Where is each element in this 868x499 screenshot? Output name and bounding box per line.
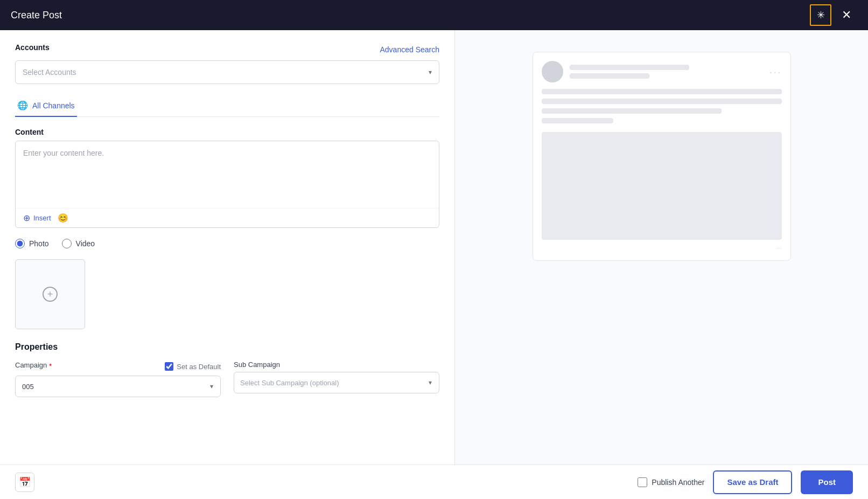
campaign-select[interactable]: 005: [15, 376, 221, 397]
accounts-select-wrapper: ▾ Select Accounts: [15, 60, 439, 84]
calendar-button[interactable]: 📅: [15, 473, 34, 492]
preview-menu-icon: ···: [769, 66, 782, 78]
accounts-select[interactable]: [15, 60, 439, 84]
properties-grid: Campaign • Set as Default 005: [15, 361, 439, 397]
properties-label: Properties: [15, 342, 439, 352]
modal-overlay: Create Post ✳ ✕ Accounts Advanced Search: [0, 0, 868, 499]
video-radio[interactable]: [62, 239, 72, 248]
upload-plus-icon: +: [43, 287, 58, 302]
tabs-row: 🌐 All Channels: [15, 95, 439, 117]
preview-line-sub: [570, 73, 650, 79]
preview-content-line-2: [542, 99, 782, 104]
emoji-button[interactable]: 😊: [58, 213, 68, 223]
accounts-label: Accounts: [15, 43, 50, 52]
emoji-icon: 😊: [58, 213, 68, 223]
campaign-field: Campaign • Set as Default 005: [15, 361, 221, 397]
asterisk-icon: ✳: [817, 9, 825, 21]
preview-image-placeholder: [542, 132, 782, 240]
modal-title: Create Post: [11, 10, 62, 21]
set-default-label[interactable]: Set as Default: [165, 362, 221, 371]
footer-left: 📅: [15, 473, 34, 492]
globe-icon: 🌐: [17, 100, 28, 110]
video-label: Video: [76, 239, 95, 248]
insert-button[interactable]: ⊕ Insert: [23, 213, 51, 223]
footer-right: Publish Another Save as Draft Post: [638, 470, 853, 494]
sub-campaign-select[interactable]: [234, 372, 439, 393]
plus-circle-icon: ⊕: [23, 213, 30, 223]
content-textarea[interactable]: [16, 141, 439, 206]
modal-footer: 📅 Publish Another Save as Draft Post: [0, 465, 868, 499]
close-icon: ✕: [842, 8, 851, 22]
content-label: Content: [15, 128, 439, 136]
save-draft-button[interactable]: Save as Draft: [713, 470, 792, 494]
sub-campaign-field: Sub Campaign ▾ Select Sub Campaign (opti…: [234, 361, 439, 397]
close-button[interactable]: ✕: [836, 4, 857, 26]
advanced-search-link[interactable]: Advanced Search: [380, 45, 439, 54]
preview-dots-icon: ···: [776, 244, 781, 252]
photo-radio[interactable]: [15, 239, 25, 248]
textarea-toolbar: ⊕ Insert 😊: [16, 208, 439, 227]
required-indicator: •: [49, 361, 52, 369]
campaign-label: Campaign •: [15, 361, 52, 369]
preview-content-line-3: [542, 108, 722, 114]
preview-card: ··· ···: [533, 52, 791, 261]
tab-all-channels[interactable]: 🌐 All Channels: [15, 95, 77, 117]
left-panel: Accounts Advanced Search ▾ Select Accoun…: [0, 30, 455, 465]
campaign-select-wrapper: 005 ▾: [15, 376, 221, 397]
insert-label: Insert: [33, 214, 51, 222]
photo-label: Photo: [29, 239, 49, 248]
preview-content-line-4: [542, 118, 614, 123]
media-type-row: Photo Video: [15, 239, 439, 248]
preview-post-header: ···: [542, 61, 782, 82]
calendar-icon: 📅: [19, 476, 31, 488]
right-panel: ··· ···: [455, 30, 868, 465]
create-post-modal: Create Post ✳ ✕ Accounts Advanced Search: [0, 0, 868, 499]
preview-avatar: [542, 61, 563, 82]
publish-another-checkbox[interactable]: [638, 477, 647, 487]
preview-content-line-1: [542, 89, 782, 94]
post-button[interactable]: Post: [801, 470, 853, 494]
preview-content-lines: [542, 89, 782, 123]
preview-text-lines: [570, 65, 769, 79]
upload-box[interactable]: +: [15, 259, 85, 329]
pin-button[interactable]: ✳: [810, 4, 831, 26]
modal-header: Create Post ✳ ✕: [0, 0, 868, 30]
set-default-text: Set as Default: [177, 363, 221, 371]
set-default-checkbox[interactable]: [165, 362, 173, 371]
sub-campaign-label: Sub Campaign: [234, 361, 439, 369]
publish-another-label[interactable]: Publish Another: [638, 477, 704, 487]
preview-bottom-dots: ···: [542, 244, 782, 252]
sub-campaign-select-wrapper: ▾ Select Sub Campaign (optional): [234, 372, 439, 393]
tab-all-channels-label: All Channels: [32, 101, 75, 110]
video-radio-label[interactable]: Video: [62, 239, 95, 248]
campaign-field-header: Campaign • Set as Default: [15, 361, 221, 372]
properties-section: Properties Campaign • S: [15, 342, 439, 397]
photo-radio-label[interactable]: Photo: [15, 239, 49, 248]
accounts-header: Accounts Advanced Search: [15, 43, 439, 56]
publish-another-text: Publish Another: [652, 478, 704, 487]
modal-body: Accounts Advanced Search ▾ Select Accoun…: [0, 30, 868, 465]
preview-line-name: [570, 65, 690, 70]
content-textarea-wrapper: ⊕ Insert 😊: [15, 141, 439, 228]
header-actions: ✳ ✕: [810, 4, 857, 26]
